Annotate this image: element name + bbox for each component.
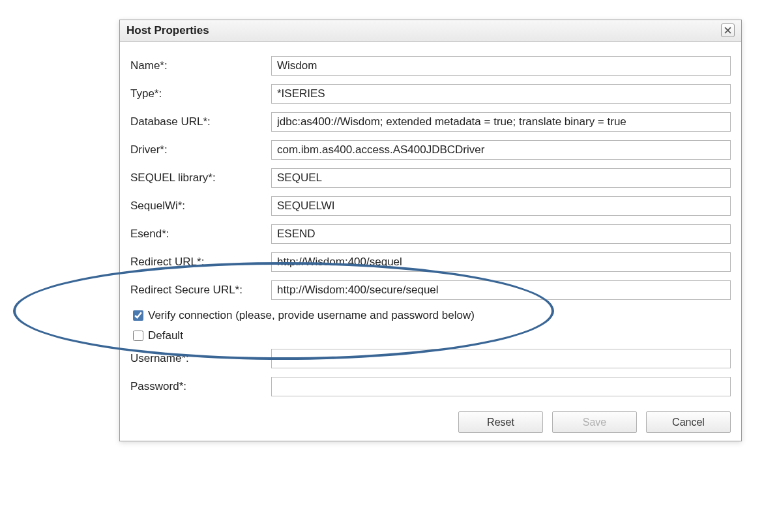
row-default: Default: [130, 329, 731, 343]
label-name: Name*:: [130, 59, 271, 72]
default-checkbox[interactable]: [133, 331, 143, 341]
close-button[interactable]: [721, 23, 735, 37]
sequelwi-input[interactable]: [271, 196, 731, 216]
dialog-body: Name*: Type*: Database URL*: Driver*: SE…: [120, 42, 741, 441]
row-driver: Driver*:: [130, 140, 731, 160]
row-sequelwi: SequelWi*:: [130, 196, 731, 216]
row-username: Username*:: [130, 349, 731, 368]
label-password: Password*:: [130, 380, 271, 393]
row-dburl: Database URL*:: [130, 112, 731, 132]
esend-input[interactable]: [271, 224, 731, 244]
username-input[interactable]: [271, 349, 731, 368]
database-url-input[interactable]: [271, 112, 731, 132]
row-type: Type*:: [130, 84, 731, 104]
label-driver: Driver*:: [130, 143, 271, 156]
label-dburl: Database URL*:: [130, 115, 271, 128]
label-type: Type*:: [130, 87, 271, 100]
button-bar: Reset Save Cancel: [130, 405, 731, 433]
row-name: Name*:: [130, 56, 731, 76]
name-input[interactable]: [271, 56, 731, 76]
close-icon: [724, 27, 731, 34]
row-esend: Esend*:: [130, 224, 731, 244]
row-redirect: Redirect URL*:: [130, 252, 731, 272]
type-input[interactable]: [271, 84, 731, 104]
label-redirectsec: Redirect Secure URL*:: [130, 284, 271, 297]
verify-label[interactable]: Verify connection (please, provide usern…: [148, 309, 475, 322]
redirect-secure-url-input[interactable]: [271, 280, 731, 300]
driver-input[interactable]: [271, 140, 731, 160]
label-esend: Esend*:: [130, 228, 271, 241]
dialog-titlebar: Host Properties: [120, 20, 741, 42]
reset-button[interactable]: Reset: [458, 411, 543, 433]
password-input[interactable]: [271, 377, 731, 396]
label-sequelwi: SequelWi*:: [130, 200, 271, 213]
save-button[interactable]: Save: [552, 411, 637, 433]
redirect-url-input[interactable]: [271, 252, 731, 272]
row-verify: Verify connection (please, provide usern…: [130, 308, 731, 323]
host-properties-dialog: Host Properties Name*: Type*: Database U…: [119, 20, 742, 441]
verify-checkbox[interactable]: [133, 310, 143, 321]
sequel-library-input[interactable]: [271, 168, 731, 188]
label-sequellib: SEQUEL library*:: [130, 171, 271, 185]
label-redirect: Redirect URL*:: [130, 256, 271, 269]
row-sequellib: SEQUEL library*:: [130, 168, 731, 188]
row-redirectsec: Redirect Secure URL*:: [130, 280, 731, 300]
dialog-title: Host Properties: [126, 24, 209, 37]
cancel-button[interactable]: Cancel: [646, 411, 731, 433]
row-password: Password*:: [130, 377, 731, 396]
label-username: Username*:: [130, 352, 271, 365]
default-label[interactable]: Default: [148, 329, 183, 342]
